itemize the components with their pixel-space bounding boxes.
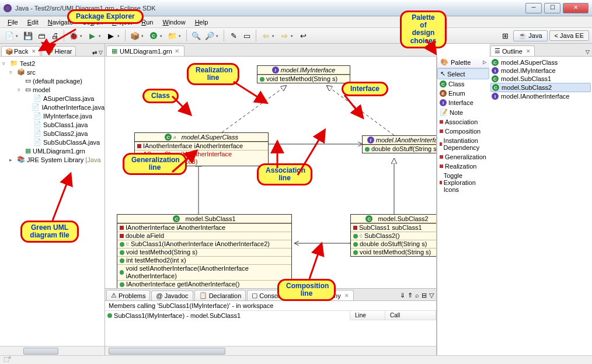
grn-file-icon: ▦ xyxy=(25,147,31,155)
palette-toggle-icons[interactable]: Toggle Exploration Icons xyxy=(437,171,489,194)
outline-list[interactable]: Cmodel.ASuperClass Imodel.IMyInterface C… xyxy=(489,57,592,102)
class-icon: C xyxy=(440,80,447,88)
minimize-button[interactable]: ─ xyxy=(525,3,542,13)
package-icon: 📦 xyxy=(5,48,12,55)
canvas-scrollbar[interactable] xyxy=(105,346,436,355)
search-button[interactable]: 🔎 xyxy=(203,29,216,42)
outline-item[interactable]: Cmodel.SubClass1 xyxy=(490,75,591,83)
tab-problems[interactable]: ⚠Problems xyxy=(106,290,150,300)
method-icon xyxy=(353,234,358,239)
new-misc-button[interactable]: 📁 xyxy=(166,29,179,42)
open-type-button[interactable]: 🔍 xyxy=(190,29,203,42)
outline-item[interactable]: Cmodel.ASuperClass xyxy=(490,58,591,66)
tree-diagram[interactable]: UMLDiagram1.grn xyxy=(33,148,85,155)
method-icon xyxy=(365,147,370,152)
menu-help[interactable]: Help xyxy=(191,18,213,27)
perspective-javaee[interactable]: < Java EE xyxy=(549,30,589,41)
toggle-mark-button[interactable]: ✎ xyxy=(227,29,240,42)
close-icon[interactable]: ✕ xyxy=(175,48,179,54)
new-class-button[interactable]: C xyxy=(147,29,160,42)
palette-composition[interactable]: Composition xyxy=(437,127,489,136)
palette-realization[interactable]: Realization xyxy=(437,162,489,171)
tab-outline[interactable]: ☰ Outline ✕ xyxy=(490,46,535,56)
close-icon[interactable]: ✕ xyxy=(344,293,349,299)
editor-tab[interactable]: ▦ UMLDiagram1.grn ✕ xyxy=(106,46,184,56)
tab-declaration[interactable]: 📋Declaration xyxy=(194,290,246,300)
outline-item-selected[interactable]: Cmodel.SubClass2 xyxy=(490,83,591,92)
view-menu-icon[interactable]: ▽ xyxy=(586,49,590,55)
print-button[interactable]: 🖨 xyxy=(48,29,61,42)
close-icon[interactable]: ✕ xyxy=(526,48,531,54)
menu-file[interactable]: File xyxy=(4,18,22,27)
class-icon: C xyxy=(492,59,499,66)
tool-icon[interactable]: ⇑ xyxy=(408,292,413,299)
run-button[interactable]: ▶ xyxy=(86,29,99,42)
view-menu-icon[interactable]: ▽ xyxy=(429,292,434,299)
outline-item[interactable]: Imodel.IMyInterface xyxy=(490,66,591,75)
tab-package-explorer[interactable]: 📦 Pack ✕ xyxy=(1,46,40,56)
save-button[interactable]: 💾 xyxy=(22,29,34,42)
callout-composition: Composition line xyxy=(277,279,336,301)
tree-file[interactable]: ASuperClass.java xyxy=(43,95,94,102)
problems-icon: ⚠ xyxy=(111,292,117,299)
column-call[interactable]: Call xyxy=(385,311,436,320)
tab-javadoc[interactable]: @Javadoc xyxy=(151,290,193,300)
palette-instantiation[interactable]: Instantiation Dependency xyxy=(437,136,489,152)
perspective-java[interactable]: ☕Java xyxy=(513,30,547,41)
palette-note[interactable]: 📝Note xyxy=(437,107,489,117)
tree-model-pkg[interactable]: model xyxy=(33,86,50,93)
interface-icon: I xyxy=(272,66,279,74)
tab-hierarchy[interactable]: 🌳 Hierar xyxy=(41,46,76,56)
debug-button[interactable]: 🐞 xyxy=(67,29,80,42)
nav-back-button[interactable]: ⇦ xyxy=(259,29,272,42)
tree-file[interactable]: SubClass2.java xyxy=(43,130,88,137)
uml-class-subclass2[interactable]: C model.SubClass2 SubClass1 subClass1 CS… xyxy=(350,214,436,257)
palette-select[interactable]: ↖Select xyxy=(437,68,489,79)
java-file-icon: 📄 xyxy=(33,121,41,128)
package-tree[interactable]: ▿📁Test2 ▿📦src ▭(default package) ▿▭model… xyxy=(0,57,105,355)
tree-file[interactable]: IAnotherInterface.java xyxy=(41,104,105,111)
tree-project[interactable]: Test2 xyxy=(20,60,35,67)
tree-jre[interactable]: JRE System Library xyxy=(27,156,83,163)
palette-generalization[interactable]: Generalization xyxy=(437,152,489,162)
open-perspective-button[interactable]: ⊞ xyxy=(499,29,511,42)
tree-file[interactable]: SubClass1.java xyxy=(43,121,88,128)
tree-scrollbar[interactable] xyxy=(0,346,105,355)
palette-header[interactable]: 🎨Palette▷ xyxy=(437,57,489,68)
uml-class-subclass1[interactable]: C model.SubClass1 IAnotherInterface iAno… xyxy=(117,214,292,288)
outline-item[interactable]: Imodel.IAnotherInterface xyxy=(490,92,591,100)
view-menu-icon[interactable]: ▽ xyxy=(99,50,103,56)
call-hierarchy-tree[interactable]: SubClass1(IMyInterface) - model.SubClass… xyxy=(105,311,350,320)
run-last-button[interactable]: ▶ xyxy=(105,29,117,42)
relation-icon xyxy=(440,120,443,124)
java-file-icon: 📄 xyxy=(32,103,40,111)
palette-interface[interactable]: IInterface xyxy=(437,98,489,107)
tree-file[interactable]: SubSubClassA.java xyxy=(43,139,100,146)
tree-src[interactable]: src xyxy=(27,69,36,76)
uml-interface-imyinterface[interactable]: Imodel.IMyInterface void testMethod(Stri… xyxy=(257,65,350,83)
tree-file[interactable]: IMyInterface.java xyxy=(43,113,92,120)
column-line[interactable]: Line xyxy=(350,311,385,320)
palette-enum[interactable]: EEnum xyxy=(437,89,489,98)
package-icon: ▭ xyxy=(25,86,31,93)
new-package-button[interactable]: 📦 xyxy=(128,29,141,42)
nav-fwd-button[interactable]: ⇨ xyxy=(278,29,291,42)
link-editor-icon[interactable]: ⇄ xyxy=(92,50,97,56)
save-all-button[interactable]: 🗃 xyxy=(35,29,48,42)
maximize-button[interactable]: ☐ xyxy=(544,3,560,13)
palette-class[interactable]: CClass xyxy=(437,79,489,89)
tool-icon[interactable]: ⇓ xyxy=(400,292,405,299)
tool-icon[interactable]: ⊟ xyxy=(422,292,427,299)
tool-icon[interactable]: ⌕ xyxy=(415,292,419,299)
menu-edit[interactable]: Edit xyxy=(23,18,43,27)
palette-association[interactable]: Association xyxy=(437,117,489,127)
close-button[interactable]: ✕ xyxy=(563,3,588,13)
menu-window[interactable]: Window xyxy=(158,18,189,27)
close-icon[interactable]: ✕ xyxy=(32,48,36,54)
new-button[interactable]: 📄 xyxy=(3,29,16,42)
tree-default-pkg[interactable]: (default package) xyxy=(33,78,82,85)
console-icon: ▢ xyxy=(252,292,257,299)
last-edit-button[interactable]: ↩ xyxy=(297,29,309,42)
toggle-block-button[interactable]: ▭ xyxy=(241,29,253,42)
uml-interface-ianother[interactable]: Imodel.IAnotherInterface double doStuff(… xyxy=(362,135,436,153)
